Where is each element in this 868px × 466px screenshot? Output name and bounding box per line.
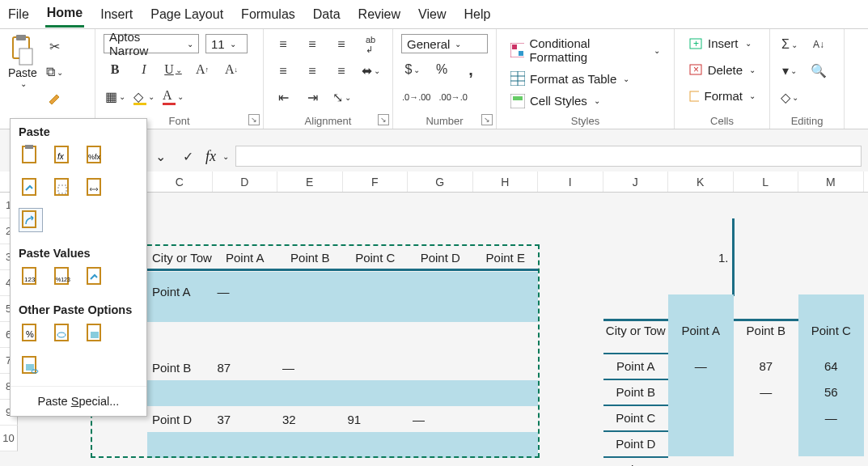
cell[interactable]: [798, 430, 864, 456]
cell[interactable]: —: [668, 353, 734, 379]
cell[interactable]: [668, 456, 734, 466]
paste-formulas-number[interactable]: %fx: [83, 143, 108, 167]
number-format-select[interactable]: General⌄: [401, 34, 488, 53]
paste-button[interactable]: Paste ⌄: [8, 34, 37, 88]
menu-page-layout[interactable]: Page Layout: [149, 2, 225, 27]
insert-cells-button[interactable]: + Insert⌄: [683, 34, 761, 53]
cell[interactable]: [734, 405, 799, 430]
cell[interactable]: —: [408, 406, 473, 432]
cell[interactable]: 91: [343, 406, 409, 432]
cell[interactable]: —: [277, 354, 343, 380]
col-H[interactable]: H: [473, 172, 539, 192]
cell[interactable]: [473, 278, 539, 304]
menu-formulas[interactable]: Formulas: [239, 2, 297, 27]
autosum-button[interactable]: Σ⌄: [778, 34, 801, 55]
fx-cancel-button[interactable]: ⌄: [149, 146, 171, 167]
cell[interactable]: Point C: [343, 244, 409, 270]
cell[interactable]: [734, 456, 799, 466]
orientation-button[interactable]: ⤡⌄: [330, 87, 353, 108]
find-button[interactable]: 🔍: [807, 61, 830, 82]
cell[interactable]: City or Tow: [147, 244, 213, 270]
align-top-button[interactable]: ≡: [272, 34, 294, 55]
cell[interactable]: [668, 430, 734, 456]
align-left-button[interactable]: ≡: [272, 61, 294, 82]
col-F[interactable]: F: [343, 172, 409, 192]
cell[interactable]: Point B: [147, 354, 213, 380]
format-as-table-button[interactable]: Format as Table⌄: [505, 69, 666, 88]
paste-formatting[interactable]: %: [19, 321, 43, 345]
cell[interactable]: Point C: [603, 405, 669, 430]
cell[interactable]: Point E: [473, 244, 539, 270]
align-center-button[interactable]: ≡: [301, 61, 324, 82]
col-G[interactable]: G: [408, 172, 473, 192]
cell[interactable]: Point A: [603, 353, 669, 379]
currency-button[interactable]: $⌄: [401, 59, 424, 80]
cell[interactable]: Point D: [603, 430, 669, 456]
col-E[interactable]: E: [277, 172, 343, 192]
col-I[interactable]: I: [538, 172, 603, 192]
col-M[interactable]: M: [798, 172, 864, 192]
align-right-button[interactable]: ≡: [330, 61, 353, 82]
col-D[interactable]: D: [213, 172, 278, 192]
format-painter-button[interactable]: [44, 87, 66, 108]
paste-transpose[interactable]: [19, 208, 43, 232]
merge-button[interactable]: ⬌⌄: [359, 61, 382, 82]
decrease-decimal-button[interactable]: .00→.0: [438, 87, 468, 108]
cell[interactable]: 87: [213, 354, 278, 380]
paste-picture[interactable]: [83, 321, 108, 345]
menu-home[interactable]: Home: [45, 1, 84, 28]
cell[interactable]: City or Tow: [603, 317, 669, 343]
cell[interactable]: [473, 354, 539, 380]
cell[interactable]: 87: [734, 353, 799, 379]
paste-formulas[interactable]: fx: [51, 143, 75, 167]
cell[interactable]: Point C: [798, 317, 864, 343]
cell[interactable]: [277, 278, 343, 304]
cell-styles-button[interactable]: Cell Styles⌄: [505, 91, 666, 111]
alignment-dialog-launcher[interactable]: ↘: [378, 114, 389, 125]
col-L[interactable]: L: [734, 172, 799, 192]
cell[interactable]: Point E: [603, 456, 669, 466]
col-K[interactable]: K: [668, 172, 734, 192]
cell[interactable]: Point B: [734, 317, 799, 343]
fx-confirm-button[interactable]: ✓: [176, 146, 199, 167]
increase-font-button[interactable]: A↑: [191, 59, 214, 80]
menu-help[interactable]: Help: [462, 2, 492, 27]
paste-values[interactable]: 123: [19, 265, 43, 289]
paste-linked-picture[interactable]: [19, 354, 43, 378]
clear-button[interactable]: ◇⌄: [778, 87, 801, 108]
cell[interactable]: —: [213, 278, 278, 304]
cell[interactable]: [668, 379, 734, 405]
fill-button[interactable]: ▾⌄: [778, 61, 801, 82]
cell[interactable]: Point A: [668, 317, 734, 343]
font-family-select[interactable]: Aptos Narrow⌄: [104, 34, 199, 53]
decrease-font-button[interactable]: A↓: [220, 59, 243, 80]
paste-special-item[interactable]: Paste Special...: [11, 386, 146, 416]
col-J[interactable]: J: [603, 172, 669, 192]
decrease-indent-button[interactable]: ⇤: [272, 87, 294, 108]
menu-file[interactable]: File: [6, 2, 31, 27]
cell[interactable]: 32: [277, 406, 343, 432]
cell[interactable]: Point A: [213, 244, 278, 270]
cell[interactable]: 64: [798, 353, 864, 379]
format-cells-button[interactable]: Format⌄: [683, 87, 761, 105]
underline-button[interactable]: U⌄: [162, 59, 184, 80]
italic-button[interactable]: I: [133, 59, 155, 80]
number-dialog-launcher[interactable]: ↘: [481, 114, 493, 125]
cell[interactable]: Point B: [603, 379, 669, 405]
paste-values-number[interactable]: %123: [51, 265, 75, 289]
cell[interactable]: Point A: [147, 278, 213, 304]
cell[interactable]: [798, 456, 864, 466]
sort-filter-button[interactable]: A↓: [807, 34, 830, 55]
cell[interactable]: Point D: [408, 244, 473, 270]
menu-view[interactable]: View: [417, 2, 447, 27]
paste-no-borders[interactable]: [51, 176, 75, 200]
paste-link[interactable]: [51, 321, 75, 345]
increase-decimal-button[interactable]: .0→.00: [401, 87, 431, 108]
cell[interactable]: Point D: [147, 406, 213, 432]
menu-insert[interactable]: Insert: [99, 2, 134, 27]
menu-review[interactable]: Review: [357, 2, 402, 27]
cell[interactable]: [473, 406, 539, 432]
cell[interactable]: [408, 354, 473, 380]
borders-button[interactable]: ▦⌄: [104, 87, 126, 108]
menu-data[interactable]: Data: [311, 2, 342, 27]
